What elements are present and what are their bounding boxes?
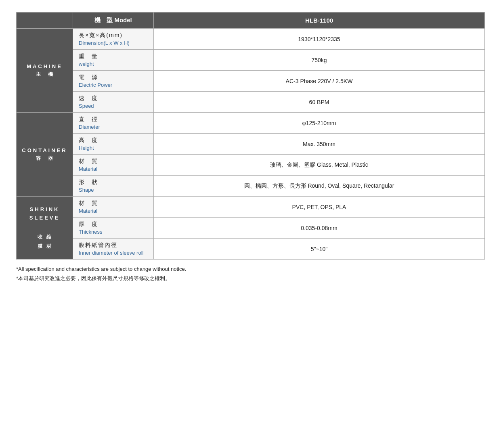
spec-table: 機 型 Model HLB-1100 MACHINE主 機長×寬×高(mm)Di…: [16, 12, 485, 260]
label-2-0: 材 質Material: [73, 197, 154, 218]
label-1-2: 材 質Material: [73, 155, 154, 176]
value-1-0: φ125-210mm: [154, 113, 485, 134]
value-1-1: Max. 350mm: [154, 134, 485, 155]
value-2-1: 0.035-0.08mm: [154, 218, 485, 239]
value-0-0: 1930*1120*2335: [154, 29, 485, 50]
label-1-3: 形 狀Shape: [73, 176, 154, 197]
footer-notes: *All specification and characteristics a…: [16, 264, 485, 283]
label-0-1: 重 量weight: [73, 50, 154, 71]
label-0-3: 速 度Speed: [73, 92, 154, 113]
header-empty-col: [17, 13, 73, 29]
value-2-0: PVC, PET, OPS, PLA: [154, 197, 485, 218]
category-0: MACHINE主 機: [17, 29, 73, 113]
label-2-2: 膜料紙管內徑Inner diameter of sleeve roll: [73, 239, 154, 260]
value-2-2: 5"~10": [154, 239, 485, 260]
category-2: SHRINKSLEEVE收 縮膜 材: [17, 197, 73, 260]
value-0-3: 60 BPM: [154, 92, 485, 113]
header-model-label: 機 型 Model: [73, 13, 154, 29]
value-1-2: 玻璃、金屬、塑膠 Glass, Metal, Plastic: [154, 155, 485, 176]
label-2-1: 厚 度Thickness: [73, 218, 154, 239]
value-1-3: 圓、橢圓、方形、長方形 Round, Oval, Square, Rectang…: [154, 176, 485, 197]
label-0-0: 長×寬×高(mm)Dimension(L x W x H): [73, 29, 154, 50]
header-model-value: HLB-1100: [154, 13, 485, 29]
label-1-1: 高 度Height: [73, 134, 154, 155]
value-0-2: AC-3 Phase 220V / 2.5KW: [154, 71, 485, 92]
category-1: CONTAINER容 器: [17, 113, 73, 197]
note-zh: *本司基於研究改進之必要，因此保有外觀尺寸規格等修改之權利。: [16, 274, 485, 283]
label-0-2: 電 源Electric Power: [73, 71, 154, 92]
label-1-0: 直 徑Diameter: [73, 113, 154, 134]
note-en: *All specification and characteristics a…: [16, 264, 485, 274]
value-0-1: 750kg: [154, 50, 485, 71]
